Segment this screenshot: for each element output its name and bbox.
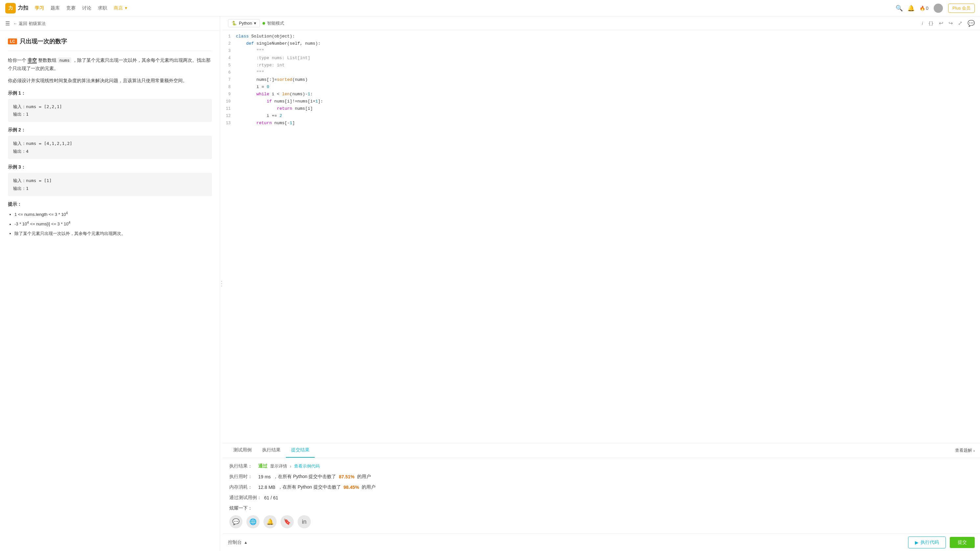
- line-number: 8: [223, 83, 236, 91]
- share-bookmark[interactable]: 🔖: [280, 515, 294, 528]
- example-3-input: 输入：nums = [1]: [13, 177, 207, 184]
- braces-icon[interactable]: {}: [928, 21, 934, 26]
- line-number: 9: [223, 91, 236, 98]
- example-1-box: 输入：nums = [2,2,1] 输出：1: [8, 99, 212, 122]
- line-number: 1: [223, 33, 236, 40]
- line-number: 2: [223, 40, 236, 47]
- undo-icon[interactable]: ↩: [939, 20, 943, 26]
- nav-links: 学习 题库 竞赛 讨论 求职 商店 ▾: [35, 5, 127, 11]
- share-icons: 💬 🌐 🔔 🔖 in: [229, 515, 974, 528]
- share-linkedin[interactable]: in: [298, 515, 311, 528]
- run-button[interactable]: ▶ 执行代码: [908, 537, 946, 548]
- menu-icon[interactable]: ☰: [5, 21, 10, 27]
- nav-link-contest[interactable]: 竞赛: [66, 5, 76, 11]
- hint-item-1: 1 <= nums.length <= 3 * 104: [14, 210, 212, 219]
- fire-count[interactable]: 🔥 0: [920, 6, 928, 11]
- nav-link-problems[interactable]: 题库: [51, 5, 60, 11]
- hint-item-3: 除了某个元素只出现一次以外，其余每个元素均出现两次。: [14, 229, 212, 238]
- line-content: """: [236, 69, 980, 76]
- exec-time-row: 执行用时： 19 ms ，在所有 Python 提交中击败了 87.51% 的用…: [229, 474, 974, 480]
- nav-link-jobs[interactable]: 求职: [98, 5, 107, 11]
- line-content: return nums[i]: [236, 105, 980, 112]
- example-2-title: 示例 2：: [8, 127, 212, 133]
- exec-status: 通过: [258, 463, 267, 469]
- lang-selector[interactable]: 🐍 Python ▾: [228, 19, 260, 27]
- line-content: i += 2: [236, 112, 980, 119]
- python-icon: 🐍: [232, 21, 237, 25]
- hint-list: 1 <= nums.length <= 3 * 104 -3 * 104 <= …: [8, 210, 212, 238]
- example-3-output: 输出：1: [13, 185, 207, 192]
- time-desc: ，在所有 Python 提交中击败了: [273, 474, 336, 480]
- code-line: 7 nums[:]=sorted(nums): [223, 76, 980, 83]
- show-detail-link[interactable]: 显示详情: [270, 463, 287, 469]
- code-line: 1class Solution(object):: [223, 33, 980, 40]
- info-icon[interactable]: i: [922, 21, 923, 26]
- logo[interactable]: 力 力扣: [5, 3, 28, 13]
- left-panel: ☰ ← 返回 初级算法 LC 只出现一次的数字 给你一个 非空 整数数组 num…: [0, 16, 220, 551]
- code-line: 2 def singleNumber(self, nums):: [223, 40, 980, 47]
- play-icon: ▶: [915, 540, 919, 545]
- view-solution-link[interactable]: 查看题解 ›: [955, 447, 975, 454]
- back-button[interactable]: ← 返回 初级算法: [13, 21, 46, 27]
- resize-handle[interactable]: [220, 16, 223, 551]
- expand-icon[interactable]: ⤢: [958, 20, 962, 26]
- nav-link-learn[interactable]: 学习: [35, 5, 44, 11]
- mem-value: 12.8 MB: [258, 485, 275, 490]
- code-line: 9 while i < len(nums)-1:: [223, 91, 980, 98]
- line-number: 3: [223, 47, 236, 54]
- search-icon[interactable]: 🔍: [896, 5, 902, 11]
- inline-code-nums: nums: [58, 57, 71, 63]
- view-code-link[interactable]: 查看示例代码: [294, 463, 320, 469]
- bottom-bar: 控制台 ▲ ▶ 执行代码 提交: [223, 533, 980, 551]
- code-header: 🐍 Python ▾ 智能模式 i {} ↩ ↪ ⤢ 💬: [223, 16, 980, 30]
- hint-item-2: -3 * 104 <= nums[i] <= 3 * 104: [14, 220, 212, 228]
- fire-icon: 🔥: [920, 6, 925, 11]
- action-buttons: ▶ 执行代码 提交: [908, 537, 975, 548]
- code-editor[interactable]: 1class Solution(object):2 def singleNumb…: [223, 30, 980, 443]
- chat-icon[interactable]: 💬: [967, 20, 975, 27]
- line-number: 11: [223, 105, 236, 112]
- console-toggle[interactable]: 控制台 ▲: [228, 540, 248, 545]
- lc-badge: LC: [8, 38, 17, 45]
- mem-row: 内存消耗： 12.8 MB ，在所有 Python 提交中击败了 98.45% …: [229, 484, 974, 490]
- share-weibo[interactable]: 🌐: [247, 515, 259, 528]
- redo-icon[interactable]: ↪: [948, 20, 953, 26]
- nav-link-shop[interactable]: 商店 ▾: [114, 5, 127, 11]
- console-arrow-icon: ▲: [244, 540, 248, 545]
- left-header: ☰ ← 返回 初级算法: [0, 16, 220, 31]
- code-line: 10 if nums[i]!=nums[i+1]:: [223, 98, 980, 105]
- line-content: nums[:]=sorted(nums): [236, 76, 980, 83]
- code-tools: i {} ↩ ↪ ⤢: [922, 20, 962, 26]
- tab-submit-result[interactable]: 提交结果: [286, 443, 315, 458]
- share-notif[interactable]: 🔔: [264, 515, 277, 528]
- line-content: class Solution(object):: [236, 33, 980, 40]
- bell-icon[interactable]: 🔔: [908, 5, 914, 11]
- exec-result-row: 执行结果： 通过 显示详情 › 查看示例代码: [229, 463, 974, 469]
- back-arrow-icon: ←: [13, 21, 18, 26]
- tab-bar: 测试用例 执行结果 提交结果 查看题解 ›: [223, 443, 980, 458]
- line-content: :type nums: List[int]: [236, 54, 980, 62]
- example-1-input: 输入：nums = [2,2,1]: [13, 103, 207, 110]
- line-number: 12: [223, 112, 236, 119]
- tab-test-case[interactable]: 测试用例: [228, 443, 257, 458]
- line-content: return nums[-1]: [236, 119, 980, 127]
- nav-link-discuss[interactable]: 讨论: [82, 5, 91, 11]
- chevron-right-icon: ›: [974, 448, 975, 453]
- bottom-section: 测试用例 执行结果 提交结果 查看题解 › 执行结果： 通过 显示详情 › 查看…: [223, 443, 980, 551]
- divider: [8, 51, 212, 51]
- share-wechat[interactable]: 💬: [229, 515, 242, 528]
- mem-suffix: 的用户: [362, 484, 375, 490]
- plus-button[interactable]: Plus 会员: [948, 3, 975, 13]
- code-line: 11 return nums[i]: [223, 105, 980, 112]
- line-content: """: [236, 47, 980, 54]
- time-label: 执行用时：: [229, 474, 256, 480]
- cases-row: 通过测试用例： 61 / 61: [229, 495, 974, 501]
- tab-exec-result[interactable]: 执行结果: [257, 443, 286, 458]
- problem-desc-2: 你必须设计并实现线性时间复杂度的算法来解决此问题，且该算法只使用常量额外空间。: [8, 76, 212, 85]
- time-value: 19 ms: [258, 474, 271, 479]
- submit-button[interactable]: 提交: [950, 537, 975, 548]
- avatar[interactable]: [934, 3, 943, 13]
- code-line: 4 :type nums: List[int]: [223, 54, 980, 62]
- code-line: 8 i = 0: [223, 83, 980, 91]
- highlight-text: 非空: [28, 57, 37, 64]
